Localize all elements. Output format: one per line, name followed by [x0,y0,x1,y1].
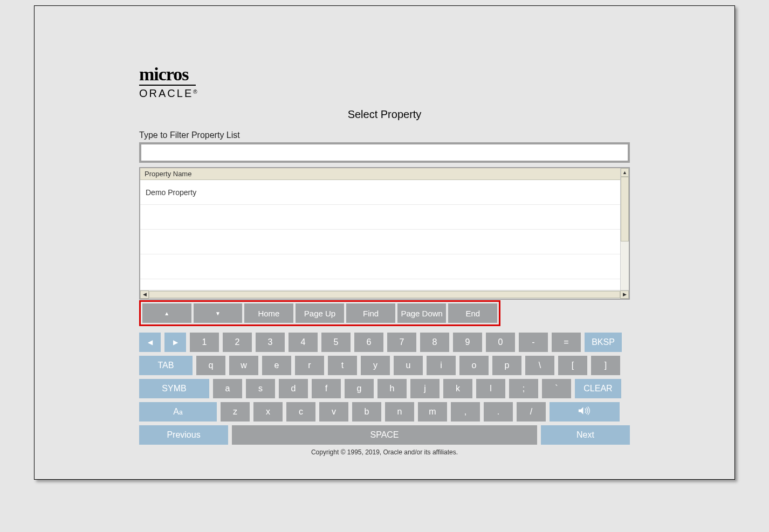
vertical-scroll-thumb[interactable] [621,177,629,241]
vertical-scrollbar[interactable]: ▲ [620,168,629,290]
logo-registered: ® [193,89,197,95]
shift-label: Aa [173,407,182,417]
key-9[interactable]: 9 [453,333,482,352]
key-bracket-close[interactable]: ] [591,356,620,375]
key-p[interactable]: p [492,356,521,375]
key-backspace[interactable]: BKSP [585,333,622,352]
key-w[interactable]: w [229,356,258,375]
key-m[interactable]: m [418,402,447,422]
key-tab[interactable]: TAB [139,356,193,375]
key-previous[interactable]: Previous [139,425,228,445]
key-e[interactable]: e [262,356,291,375]
key-f[interactable]: f [312,379,341,398]
key-minus[interactable]: - [519,333,548,352]
key-t[interactable]: t [328,356,357,375]
key-x[interactable]: x [253,402,283,422]
key-1[interactable]: 1 [190,333,219,352]
list-nav-toolbar: ▲ ▼ Home Page Up Find Page Down End [139,300,500,326]
key-backslash[interactable]: \ [525,356,554,375]
nav-pagedown-button[interactable]: Page Down [397,303,447,323]
key-symb[interactable]: SYMB [139,379,209,398]
key-3[interactable]: 3 [256,333,285,352]
key-8[interactable]: 8 [420,333,449,352]
key-equals[interactable]: = [552,333,581,352]
chevron-up-icon: ▲ [164,310,169,316]
key-shift[interactable]: Aa [139,402,217,422]
key-5[interactable]: 5 [321,333,351,352]
key-y[interactable]: y [361,356,390,375]
horizontal-scrollbar[interactable]: ◀ ▶ [140,290,629,299]
key-u[interactable]: u [394,356,423,375]
page-title: Select Property [139,108,630,121]
nav-pageup-button[interactable]: Page Up [296,303,345,323]
key-k[interactable]: k [443,379,472,398]
key-n[interactable]: n [385,402,414,422]
filter-input-wrap [139,142,630,163]
key-backtick[interactable]: ` [542,379,571,398]
nav-down-button[interactable]: ▼ [194,303,243,323]
key-q[interactable]: q [196,356,225,375]
triangle-left-icon: ◀ [148,338,153,346]
key-2[interactable]: 2 [223,333,252,352]
key-v[interactable]: v [319,402,348,422]
logo-line2: ORACLE [139,87,193,99]
key-period[interactable]: . [484,402,513,422]
nav-find-button[interactable]: Find [346,303,395,323]
key-space[interactable]: SPACE [232,425,537,445]
grid-body: Demo Property [140,180,620,299]
scroll-left-icon[interactable]: ◀ [140,291,149,299]
key-j[interactable]: j [410,379,440,398]
scroll-up-icon[interactable]: ▲ [621,168,629,177]
key-7[interactable]: 7 [387,333,416,352]
copyright-footer: Copyright © 1995, 2019, Oracle and/or it… [139,448,630,456]
horizontal-scroll-thumb[interactable] [149,291,620,298]
triangle-right-icon: ▶ [173,338,178,346]
nav-home-button[interactable]: Home [244,303,293,323]
key-g[interactable]: g [345,379,374,398]
onscreen-keyboard: ◀ ▶ 1 2 3 4 5 6 7 8 9 0 - = BKSP TAB q w [139,333,630,445]
nav-end-button[interactable]: End [448,303,497,323]
key-bracket-open[interactable]: [ [558,356,587,375]
key-6[interactable]: 6 [354,333,383,352]
app-window: micros ORACLE® Select Property Type to F… [34,5,735,480]
key-0[interactable]: 0 [486,333,515,352]
key-4[interactable]: 4 [289,333,318,352]
chevron-down-icon: ▼ [215,310,221,316]
nav-up-button[interactable]: ▲ [142,303,191,323]
grid-row[interactable] [140,205,620,230]
key-b[interactable]: b [352,402,381,422]
logo-line1: micros [139,65,196,86]
key-h[interactable]: h [377,379,407,398]
filter-input[interactable] [143,146,626,160]
key-clear[interactable]: CLEAR [575,379,621,398]
key-l[interactable]: l [476,379,505,398]
key-next[interactable]: Next [541,425,630,445]
filter-label: Type to Filter Property List [139,130,630,140]
key-a[interactable]: a [213,379,242,398]
key-semicolon[interactable]: ; [509,379,538,398]
key-c[interactable]: c [286,402,315,422]
scroll-right-icon[interactable]: ▶ [620,291,629,299]
key-s[interactable]: s [246,379,275,398]
key-z[interactable]: z [221,402,250,422]
grid-row[interactable] [140,230,620,254]
key-sound[interactable] [550,402,620,422]
grid-row[interactable] [140,254,620,279]
grid-row[interactable]: Demo Property [140,180,620,205]
property-grid: Property Name Demo Property ▲ ◀ ▶ [139,167,630,300]
key-cursor-left[interactable]: ◀ [139,333,161,352]
speaker-icon [578,406,591,418]
key-o[interactable]: o [459,356,489,375]
key-d[interactable]: d [279,379,308,398]
key-i[interactable]: i [427,356,456,375]
key-comma[interactable]: , [451,402,480,422]
key-slash[interactable]: / [517,402,546,422]
key-r[interactable]: r [295,356,324,375]
logo: micros ORACLE® [139,65,630,101]
key-cursor-right[interactable]: ▶ [164,333,186,352]
grid-header-property-name[interactable]: Property Name [140,168,620,180]
